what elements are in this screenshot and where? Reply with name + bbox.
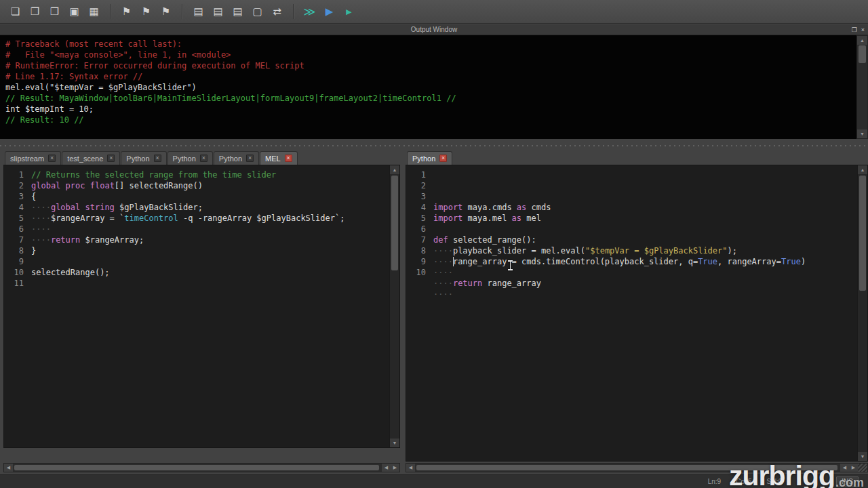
output-window-titlebar[interactable]: Output Window ❐ × [0,24,868,35]
show-all-button[interactable]: ▤ [229,3,247,21]
tab-slipstream[interactable]: slipstream× [5,151,61,165]
tab-close-icon[interactable]: × [48,155,56,162]
save-script-as-button[interactable]: ▦ [85,3,103,21]
pane-splitter[interactable] [0,144,868,147]
flag-icon: ⚑ [122,7,131,17]
left-editor-scrollbar[interactable]: ▲ ▼ [389,165,399,447]
output-line: # File "<maya console>", line 1, in <mod… [5,49,851,60]
code-line: import maya.mel as mel [433,213,857,224]
code-token: { [31,192,36,201]
floppy-disk-icon: ▣ [69,7,79,17]
marker-1-button[interactable]: ⚑ [117,3,136,21]
show-history-button[interactable]: ▤ [189,3,208,21]
left-code[interactable]: // Returns the selected range from the t… [27,165,389,447]
line-number: 9 [406,256,426,267]
code-line: { [31,191,389,202]
status-line-number: Ln:9 [708,478,721,485]
right-gutter: 12345678910 [406,165,429,461]
line-number: 6 [406,224,426,235]
toggle-wrap-button[interactable]: ⇄ [268,3,286,21]
scroll-up-icon[interactable]: ▲ [857,36,867,45]
code-token: "$tempVar = $gPlayBackSlider" [585,246,728,256]
left-editor-hscrollbar[interactable]: ◀ ◀ ▶ [3,463,400,472]
scrollbar-thumb[interactable] [859,176,866,291]
swap-arrows-icon: ⇄ [273,7,281,17]
tab-python[interactable]: Python× [167,151,213,165]
code-token: True [698,257,717,266]
resize-grip[interactable] [858,464,867,472]
tab-test-scene[interactable]: test_scene× [62,151,120,165]
code-token: as [512,214,521,223]
command-box-button[interactable]: ▢ [248,3,267,21]
scrollbar-track[interactable] [415,464,840,472]
scroll-down-icon[interactable]: ▼ [390,439,399,447]
code-token: maya.cmds [462,203,516,212]
scrollbar-track[interactable] [390,174,399,439]
scrollbar-track[interactable] [13,464,382,472]
code-line: def selected_range(): [433,235,857,245]
scrollbar-thumb[interactable] [416,465,837,470]
save-script-button[interactable]: ▣ [65,3,83,21]
line-number: 3 [4,191,24,202]
code-token: ···· [433,246,453,256]
code-token: import [433,214,462,223]
output-log[interactable]: # Traceback (most recent call last):# Fi… [0,35,856,139]
code-line: ····$rangeArray = `timeControl -q -range… [31,213,389,224]
execute-selected-button[interactable]: ▶ [340,3,358,21]
new-script-button[interactable]: ❏ [6,3,24,21]
float-window-icon[interactable]: ❐ [852,26,857,33]
output-window-controls: ❐ × [852,24,865,35]
right-editor-hscrollbar[interactable]: ◀ ◀ ▶ [406,463,868,472]
scrollbar-thumb[interactable] [859,45,866,63]
toolbar-separator [182,4,182,19]
scrollbar-thumb[interactable] [14,465,379,470]
output-scrollbar[interactable]: ▲ ▼ [856,35,868,139]
close-icon[interactable]: × [861,26,865,33]
tab-close-icon[interactable]: × [439,155,447,162]
line-number: 5 [4,213,24,224]
tab-label: Python [412,155,435,163]
scrollbar-track[interactable] [858,174,867,452]
right-editor-scrollbar[interactable]: ▲ ▼ [857,165,867,461]
marker-3-button[interactable]: ⚑ [157,3,175,21]
scroll-up-icon[interactable]: ▲ [858,165,867,174]
scroll-left-icon[interactable]: ◀ [840,464,849,472]
execute-button[interactable]: ▶ [320,3,338,21]
show-input-button[interactable]: ▤ [209,3,227,21]
open-script-button[interactable]: ❐ [26,3,44,21]
output-line: mel.eval("$tempVar = $gPlayBackSlider") [5,82,851,93]
scroll-left-icon[interactable]: ◀ [4,464,13,472]
right-code[interactable]: import maya.cmds as cmdsimport maya.mel … [429,165,857,461]
code-token [60,181,65,190]
scroll-right-icon[interactable]: ▶ [849,464,858,472]
scrollbar-track[interactable] [857,45,867,129]
tab-python[interactable]: Python× [407,151,452,165]
tab-close-icon[interactable]: × [285,155,292,162]
code-token: timeControl [124,214,178,223]
import-script-button[interactable]: ❒ [45,3,64,21]
code-token: } [31,246,36,256]
line-number: 2 [4,180,24,191]
scrollbar-thumb[interactable] [391,176,398,270]
execute-all-button[interactable]: ≫ [300,3,319,21]
status-selection-count: Sel:0 [767,478,783,485]
marker-2-button[interactable]: ⚑ [137,3,155,21]
code-token: ); [728,246,737,256]
scroll-right-icon[interactable]: ▶ [391,464,399,472]
tab-python[interactable]: Python× [121,151,166,165]
tab-mel[interactable]: MEL× [260,151,298,165]
tab-close-icon[interactable]: × [200,155,208,162]
scroll-down-icon[interactable]: ▼ [858,452,867,461]
line-number: 3 [406,191,426,202]
scroll-left-icon[interactable]: ◀ [382,464,391,472]
scroll-up-icon[interactable]: ▲ [390,165,399,174]
code-token: range_array [482,279,541,288]
scroll-down-icon[interactable]: ▼ [857,129,867,138]
code-token: ···· [31,235,51,245]
tab-close-icon[interactable]: × [246,155,254,162]
tab-close-icon[interactable]: × [154,155,161,162]
tab-close-icon[interactable]: × [107,155,115,162]
scroll-left-icon[interactable]: ◀ [406,464,415,472]
right-tab-bar: Python× [406,150,868,165]
tab-python[interactable]: Python× [214,151,259,165]
